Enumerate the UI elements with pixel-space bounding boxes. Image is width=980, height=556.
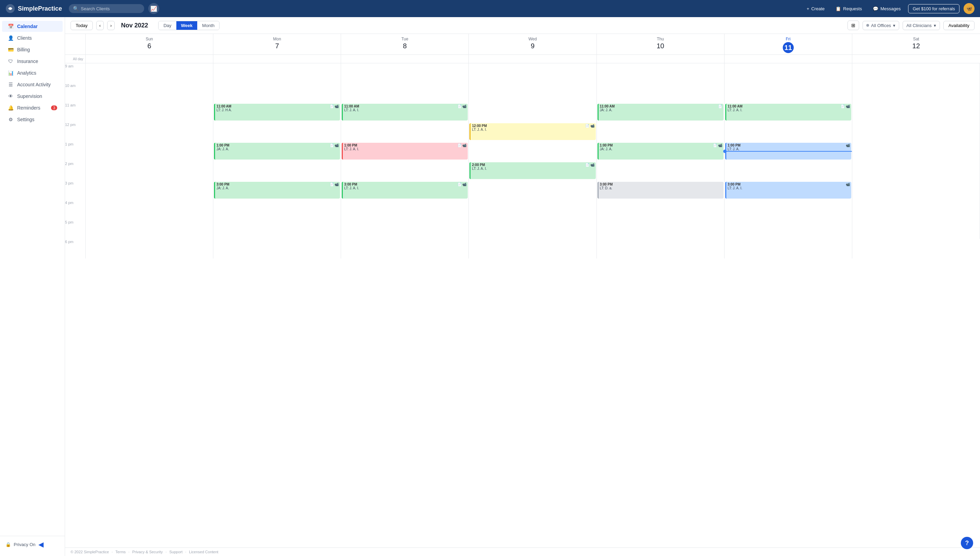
time-cell-1-6[interactable] [852, 83, 980, 102]
analytics-icon-btn[interactable]: 📈 [148, 3, 159, 14]
time-cell-7-5[interactable] [724, 200, 852, 220]
time-cell-4-3[interactable] [469, 141, 597, 161]
time-cell-9-4[interactable] [597, 239, 724, 259]
time-cell-8-6[interactable] [852, 220, 980, 239]
time-cell-9-0[interactable] [86, 239, 213, 259]
time-cell-6-5[interactable]: 3:00 PM 📹 LT: J. A. I. [724, 180, 852, 200]
user-avatar[interactable]: 🦋 [964, 3, 975, 14]
appointment[interactable]: 11:00 AM 📄 JA: J. A. [598, 104, 723, 121]
time-cell-1-0[interactable] [86, 83, 213, 102]
time-cell-2-2[interactable]: 11:00 AM 📄 📹 LT: J. A. I. [341, 102, 469, 122]
time-cell-6-2[interactable]: 3:00 PM 📄 📹 LT: J. A. I. [341, 180, 469, 200]
footer-licensed[interactable]: Licensed Content [189, 550, 218, 554]
time-cell-4-1[interactable]: 1:00 PM 📄 📹 JA: J. A. [213, 141, 341, 161]
time-cell-0-5[interactable] [724, 63, 852, 83]
time-cell-8-1[interactable] [213, 220, 341, 239]
today-button[interactable]: Today [71, 21, 93, 30]
time-cell-1-1[interactable] [213, 83, 341, 102]
time-cell-0-6[interactable] [852, 63, 980, 83]
time-cell-2-3[interactable] [469, 102, 597, 122]
time-cell-9-6[interactable] [852, 239, 980, 259]
view-day-button[interactable]: Day [158, 21, 176, 30]
time-cell-9-2[interactable] [341, 239, 469, 259]
time-cell-3-6[interactable] [852, 122, 980, 141]
appointment[interactable]: 2:00 PM 📄 📹 LT: J. A. I. [469, 162, 595, 179]
time-cell-4-2[interactable]: 1:00 PM 📄 📹 LT: J. A. I. [341, 141, 469, 161]
filter-button[interactable]: ⊞ [847, 21, 859, 30]
sidebar-item-reminders[interactable]: 🔔 Reminders 3 [2, 102, 63, 113]
time-cell-5-1[interactable] [213, 161, 341, 180]
availability-button[interactable]: Availability [943, 21, 975, 30]
appointment[interactable]: 1:00 PM 📄 📹 JA: J. A. [598, 143, 723, 160]
time-cell-9-5[interactable] [724, 239, 852, 259]
appointment[interactable]: 1:00 PM 📄 📹 LT: J. A. I. [342, 143, 468, 160]
time-cell-0-2[interactable] [341, 63, 469, 83]
create-button[interactable]: + Create [803, 4, 828, 13]
sidebar-item-settings[interactable]: ⚙ Settings [2, 114, 63, 125]
time-cell-5-2[interactable] [341, 161, 469, 180]
time-cell-7-6[interactable] [852, 200, 980, 220]
time-cell-3-4[interactable] [597, 122, 724, 141]
appointment[interactable]: 3:00 PM 📹 LT: J. A. I. [725, 182, 851, 199]
sidebar-item-analytics[interactable]: 📊 Analytics [2, 68, 63, 78]
appointment[interactable]: 3:00 PM 📄 📹 LT: J. A. I. [342, 182, 468, 199]
requests-button[interactable]: 📋 Requests [832, 4, 865, 13]
appointment[interactable]: 11:00 AM 📄 📹 LT: J. H A. [214, 104, 340, 121]
time-cell-2-0[interactable] [86, 102, 213, 122]
time-cell-6-0[interactable] [86, 180, 213, 200]
time-cell-5-3[interactable]: 2:00 PM 📄 📹 LT: J. A. I. [469, 161, 597, 180]
time-cell-2-5[interactable]: 11:00 AM 📄 📹 LT: J. A. I. [724, 102, 852, 122]
time-cell-8-5[interactable] [724, 220, 852, 239]
search-input[interactable] [81, 6, 132, 11]
appointment[interactable]: 1:00 PM 📄 📹 JA: J. A. [214, 143, 340, 160]
time-cell-1-2[interactable] [341, 83, 469, 102]
sidebar-item-account-activity[interactable]: ☰ Account Activity [2, 79, 63, 90]
time-cell-2-6[interactable] [852, 102, 980, 122]
appointment[interactable]: 11:00 AM 📄 📹 LT: J. A. I. [725, 104, 851, 121]
time-cell-1-4[interactable] [597, 83, 724, 102]
sidebar-item-billing[interactable]: 💳 Billing [2, 44, 63, 55]
time-cell-3-0[interactable] [86, 122, 213, 141]
appointment[interactable]: 11:00 AM 📄 📹 LT: J. A. I. [342, 104, 468, 121]
time-cell-7-1[interactable] [213, 200, 341, 220]
time-cell-6-4[interactable]: 3:00 PM LT: D. a. [597, 180, 724, 200]
time-cell-2-1[interactable]: 11:00 AM 📄 📹 LT: J. H A. [213, 102, 341, 122]
prev-week-button[interactable]: ‹ [96, 21, 104, 30]
appointment[interactable]: 12:00 PM 📄 📹 LT: J. A. I. [469, 123, 595, 140]
time-cell-8-3[interactable] [469, 220, 597, 239]
time-cell-9-1[interactable] [213, 239, 341, 259]
time-cell-6-1[interactable]: 3:00 PM 📄 📹 JA: J. A. [213, 180, 341, 200]
footer-support[interactable]: Support [169, 550, 183, 554]
time-cell-8-4[interactable] [597, 220, 724, 239]
messages-button[interactable]: 💬 Messages [869, 4, 904, 13]
time-cell-9-3[interactable] [469, 239, 597, 259]
appointment[interactable]: 3:00 PM 📄 📹 JA: J. A. [214, 182, 340, 199]
time-cell-1-5[interactable] [724, 83, 852, 102]
time-cell-4-0[interactable] [86, 141, 213, 161]
time-cell-3-5[interactable] [724, 122, 852, 141]
logo[interactable]: SimplePractice [5, 4, 62, 13]
office-select[interactable]: All Offices ▾ [862, 21, 899, 30]
time-cell-0-3[interactable] [469, 63, 597, 83]
time-cell-7-4[interactable] [597, 200, 724, 220]
clinician-select[interactable]: All Clinicians ▾ [902, 21, 940, 30]
sidebar-item-supervision[interactable]: 👁 Supervision [2, 91, 63, 102]
time-cell-1-3[interactable] [469, 83, 597, 102]
time-cell-5-4[interactable] [597, 161, 724, 180]
time-cell-8-0[interactable] [86, 220, 213, 239]
time-cell-8-2[interactable] [341, 220, 469, 239]
time-cell-7-0[interactable] [86, 200, 213, 220]
time-cell-0-4[interactable] [597, 63, 724, 83]
footer-terms[interactable]: Terms [115, 550, 126, 554]
sidebar-item-calendar[interactable]: 📅 Calendar [2, 21, 63, 32]
time-cell-3-2[interactable] [341, 122, 469, 141]
time-cell-4-5[interactable]: 1:00 PM 📹 LT: J. A. [724, 141, 852, 161]
help-button[interactable]: ? [961, 537, 973, 549]
time-cell-4-6[interactable] [852, 141, 980, 161]
time-cell-6-3[interactable] [469, 180, 597, 200]
time-cell-2-4[interactable]: 11:00 AM 📄 JA: J. A. [597, 102, 724, 122]
footer-privacy[interactable]: Privacy & Security [132, 550, 163, 554]
time-cell-6-6[interactable] [852, 180, 980, 200]
privacy-section[interactable]: 🔒 Privacy On ◀ [0, 536, 65, 553]
time-cell-0-0[interactable] [86, 63, 213, 83]
